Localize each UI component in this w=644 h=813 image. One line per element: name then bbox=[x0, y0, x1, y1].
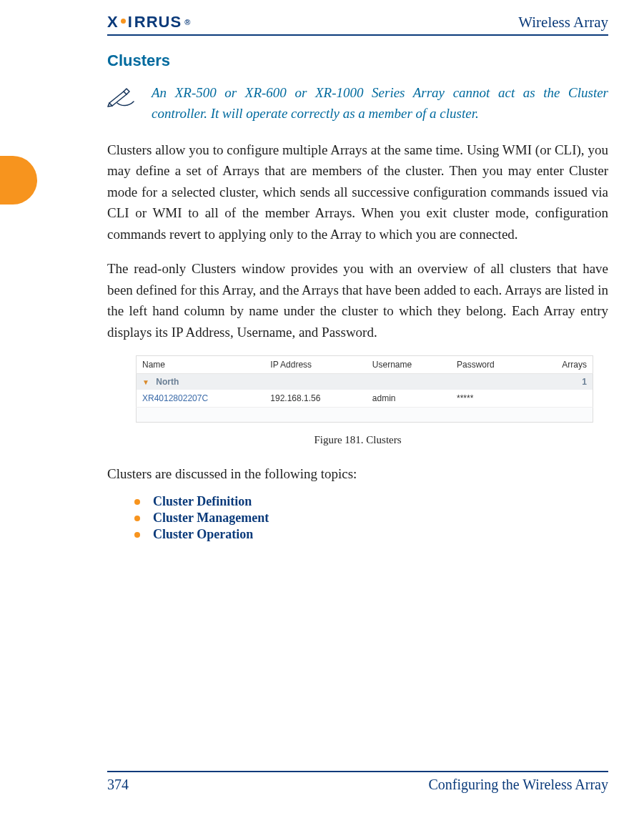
cluster-group-row: ▼ North 1 bbox=[137, 373, 593, 390]
brand-logo: X I RRUS ® bbox=[107, 13, 191, 31]
table-blank-row bbox=[137, 407, 593, 422]
list-item: Cluster Management bbox=[134, 511, 608, 526]
page-number: 374 bbox=[107, 777, 129, 793]
expand-caret-icon: ▼ bbox=[142, 378, 149, 386]
topics-intro: Clusters are discussed in the following … bbox=[107, 463, 608, 484]
topic-link-operation[interactable]: Cluster Operation bbox=[153, 527, 253, 542]
col-username: Username bbox=[367, 355, 451, 373]
paragraph-overview: The read-only Clusters window provides y… bbox=[107, 258, 608, 343]
array-password: ***** bbox=[451, 390, 532, 408]
list-item: Cluster Definition bbox=[134, 494, 608, 509]
array-count-cell bbox=[532, 390, 593, 408]
col-password: Password bbox=[451, 355, 532, 373]
col-name: Name bbox=[137, 355, 265, 373]
table-row: XR4012802207C 192.168.1.56 admin ***** bbox=[137, 390, 593, 408]
figure-caption: Figure 181. Clusters bbox=[107, 434, 608, 446]
bullet-icon bbox=[134, 516, 140, 521]
bullet-icon bbox=[134, 532, 140, 538]
paragraph-intro: Clusters allow you to configure multiple… bbox=[107, 139, 608, 245]
array-name: XR4012802207C bbox=[137, 390, 265, 408]
clusters-table: Name IP Address Username Password Arrays… bbox=[136, 355, 593, 423]
note-block: An XR-500 or XR-600 or XR-1000 Series Ar… bbox=[107, 83, 608, 124]
col-ip: IP Address bbox=[264, 355, 367, 373]
topic-link-management[interactable]: Cluster Management bbox=[153, 511, 269, 526]
topic-link-definition[interactable]: Cluster Definition bbox=[153, 494, 252, 509]
bullet-icon bbox=[134, 499, 140, 505]
brand-rrus: RRUS bbox=[134, 13, 182, 31]
page-header: X I RRUS ® Wireless Array bbox=[107, 13, 608, 36]
footer-section-title: Configuring the Wireless Array bbox=[428, 777, 608, 793]
cluster-array-count: 1 bbox=[532, 373, 593, 390]
table-header-row: Name IP Address Username Password Arrays bbox=[137, 355, 593, 373]
document-title: Wireless Array bbox=[518, 14, 608, 31]
brand-i: I bbox=[128, 13, 133, 31]
page-footer: 374 Configuring the Wireless Array bbox=[107, 771, 608, 793]
registered-mark-icon: ® bbox=[184, 18, 191, 26]
note-text: An XR-500 or XR-600 or XR-1000 Series Ar… bbox=[152, 83, 608, 124]
col-arrays: Arrays bbox=[532, 355, 593, 373]
array-username: admin bbox=[367, 390, 451, 408]
list-item: Cluster Operation bbox=[134, 527, 608, 542]
side-page-tab bbox=[0, 156, 37, 205]
cluster-name: North bbox=[156, 377, 179, 387]
brand-x: X bbox=[107, 13, 119, 31]
logo-dot-icon bbox=[121, 19, 126, 24]
section-heading: Clusters bbox=[107, 51, 608, 70]
pencil-note-icon bbox=[107, 87, 136, 110]
figure-clusters-table: Name IP Address Username Password Arrays… bbox=[136, 355, 608, 423]
topics-list: Cluster Definition Cluster Management Cl… bbox=[107, 494, 608, 542]
array-ip: 192.168.1.56 bbox=[264, 390, 367, 408]
